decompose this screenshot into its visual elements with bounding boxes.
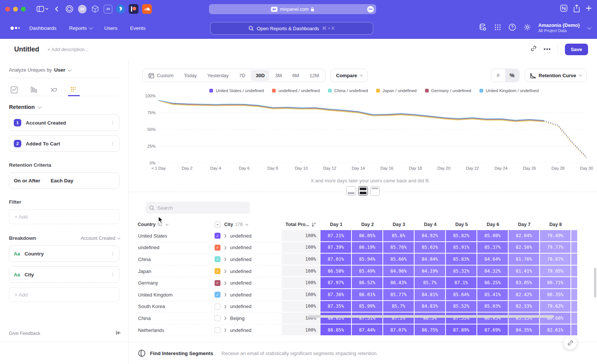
address-bar[interactable]: mixpanel.com ••• (209, 4, 376, 14)
row-checkbox[interactable] (215, 315, 221, 321)
notion-icon[interactable] (560, 4, 568, 13)
country-cell[interactable]: China (138, 313, 215, 324)
day-6-cell[interactable]: 86.25% (477, 277, 509, 289)
day-1-cell[interactable]: 87.36% (321, 289, 352, 301)
city-cell[interactable]: ✓❯undefined (215, 266, 282, 277)
country-cell[interactable]: South Korea (138, 301, 215, 313)
city-cell[interactable]: ✓❯undefined (215, 230, 282, 242)
date-range-12m[interactable]: 12M (304, 70, 323, 81)
select-all-checkbox[interactable]: – (215, 222, 221, 228)
day-8-cell[interactable]: 78.87% (540, 254, 571, 266)
compare-button[interactable]: Compare (331, 69, 368, 82)
city-cell[interactable]: ✓❯undefined (215, 289, 282, 301)
day-3-cell[interactable]: 87.2% (383, 313, 415, 324)
cube-icon[interactable] (90, 4, 100, 14)
day-1-cell[interactable]: 87.21% (321, 230, 352, 242)
day-1-cell[interactable]: 87.35% (321, 301, 352, 313)
soundcloud-icon[interactable] (142, 4, 152, 14)
day-7-cell[interactable]: 81.41% (509, 266, 540, 277)
day-6-cell[interactable]: 84.32% (477, 266, 509, 277)
breakdown-menu-icon[interactable] (110, 253, 115, 254)
day-5-cell[interactable]: 85.64% (446, 289, 477, 301)
day-2-cell[interactable]: 87.44% (352, 324, 383, 336)
country-cell[interactable]: United Kingdom (138, 289, 215, 301)
date-range-3m[interactable]: 3M (270, 70, 287, 81)
day-6-cell[interactable]: 85.37% (477, 242, 509, 254)
day-7-cell[interactable]: 83.05% (509, 277, 540, 289)
tab-insights[interactable] (10, 84, 19, 96)
date-range-custom[interactable]: Custom (144, 70, 178, 81)
retention-step-2[interactable]: 2Added To Cart (9, 135, 119, 152)
day-8-cell[interactable]: 79.62% (540, 301, 571, 313)
day-header-6[interactable]: Day 6 (477, 219, 509, 230)
day-header-3[interactable]: Day 3 (383, 219, 415, 230)
horizontal-scrollbar[interactable] (308, 315, 554, 318)
retention-section-title[interactable]: Retention (9, 104, 119, 110)
legend-item[interactable]: Germany / undefined (425, 88, 471, 93)
day-6-cell[interactable]: 86.03% (477, 313, 509, 324)
city-cell[interactable]: ✓❯undefined (215, 254, 282, 266)
retention-criteria-card[interactable]: On or After Each Day (9, 172, 119, 189)
legend-item[interactable]: China / undefined (328, 88, 368, 93)
day-2-cell[interactable]: 85.49% (352, 266, 383, 277)
day-8-cell[interactable]: 80.35% (540, 289, 571, 301)
day-3-cell[interactable]: 85.77% (383, 289, 415, 301)
day-5-cell[interactable]: 85.32% (446, 266, 477, 277)
day-1-cell[interactable]: 86.58% (321, 266, 352, 277)
row-checkbox[interactable]: ✓ (215, 256, 221, 262)
day-4-cell[interactable]: 84.92% (415, 230, 446, 242)
breakdown-item-city[interactable]: AaCity (9, 266, 119, 283)
day-7-cell[interactable]: 84.35% (509, 324, 540, 336)
absolute-numbers-toggle[interactable]: # (491, 69, 505, 82)
row-checkbox[interactable]: ✓ (215, 292, 221, 298)
expand-chevron-icon[interactable]: ❯ (224, 293, 227, 296)
step-menu-icon[interactable] (110, 143, 115, 144)
legend-item[interactable]: United Kingdom / undefined (479, 88, 539, 93)
day-4-cell[interactable]: 85.02% (415, 242, 446, 254)
table-search[interactable] (146, 202, 250, 214)
chart-plot-area[interactable] (159, 96, 587, 163)
row-checkbox[interactable]: ✓ (215, 245, 221, 251)
day-5-cell[interactable]: 85.83% (446, 254, 477, 266)
day-2-cell[interactable]: 86.52% (352, 277, 383, 289)
find-segments-title[interactable]: Find Interesting Segments (150, 351, 213, 356)
expand-chevron-icon[interactable]: ❯ (224, 246, 227, 250)
collapse-sidebar-icon[interactable] (116, 330, 121, 337)
day-4-cell[interactable]: 84.81% (415, 289, 446, 301)
settings-gear-icon[interactable] (523, 23, 531, 32)
tab-chevron-down-icon[interactable] (45, 8, 49, 10)
criteria-on-or-after[interactable]: On or After (14, 178, 40, 183)
country-cell[interactable]: China (138, 254, 215, 266)
day-1-cell[interactable]: 87.97% (321, 277, 352, 289)
expand-chevron-icon[interactable]: ❯ (224, 281, 227, 285)
day-8-cell[interactable]: 79.49% (540, 230, 571, 242)
day-4-cell[interactable]: 86.5% (415, 313, 446, 324)
day-1-cell[interactable]: 88.85% (321, 324, 352, 336)
day-3-cell[interactable]: 85.66% (383, 254, 415, 266)
day-8-cell[interactable]: 82.61% (540, 324, 571, 336)
give-feedback-link[interactable]: Give Feedback (9, 331, 40, 336)
day-6-cell[interactable]: 85.08% (477, 230, 509, 242)
day-2-cell[interactable]: 87.51% (352, 313, 383, 324)
date-range-today[interactable]: Today (179, 70, 202, 81)
city-cell[interactable]: ✓❯undefined (215, 242, 282, 254)
row-checkbox[interactable] (215, 327, 221, 333)
date-range-7d[interactable]: 7D (234, 70, 250, 81)
expand-chevron-icon[interactable]: ❯ (224, 305, 227, 308)
apps-grid-icon[interactable] (494, 24, 501, 32)
day-3-cell[interactable]: 84.96% (383, 266, 415, 277)
expand-chevron-icon[interactable]: ❯ (224, 257, 227, 261)
day-7-cell[interactable]: 82.56% (509, 242, 540, 254)
day-6-cell[interactable]: 85.41% (477, 289, 509, 301)
onepassword-icon[interactable] (65, 4, 74, 14)
percentage-toggle[interactable]: % (505, 69, 519, 82)
city-cell[interactable]: ❯undefined (215, 324, 282, 336)
day-2-cell[interactable]: 85.99% (352, 301, 383, 313)
day-6-cell[interactable]: 87.69% (477, 324, 509, 336)
day-3-cell[interactable]: 85.6% (383, 230, 415, 242)
row-checkbox[interactable] (215, 304, 221, 310)
window-controls[interactable] (5, 7, 26, 12)
day-7-cell[interactable]: 83.13% (509, 313, 540, 324)
day-6-cell[interactable]: 84.64% (477, 254, 509, 266)
row-checkbox[interactable]: ✓ (215, 268, 221, 274)
